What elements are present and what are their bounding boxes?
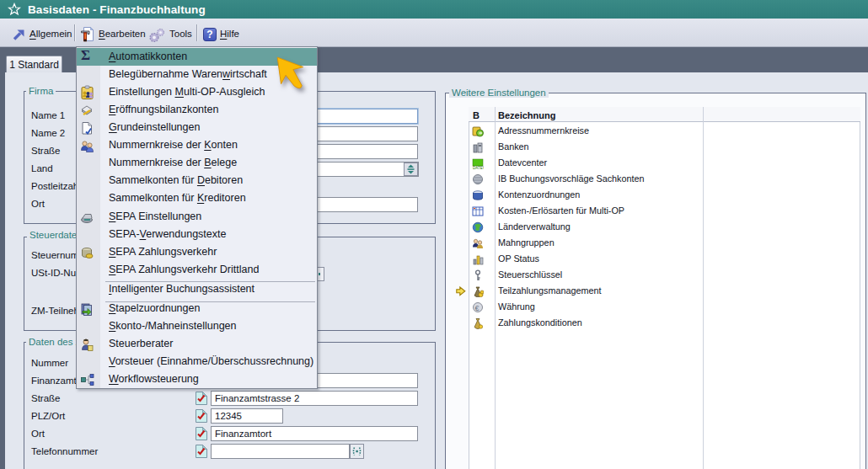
svg-text:€: € [475, 304, 480, 312]
svg-text:DATEV: DATEV [473, 166, 484, 170]
